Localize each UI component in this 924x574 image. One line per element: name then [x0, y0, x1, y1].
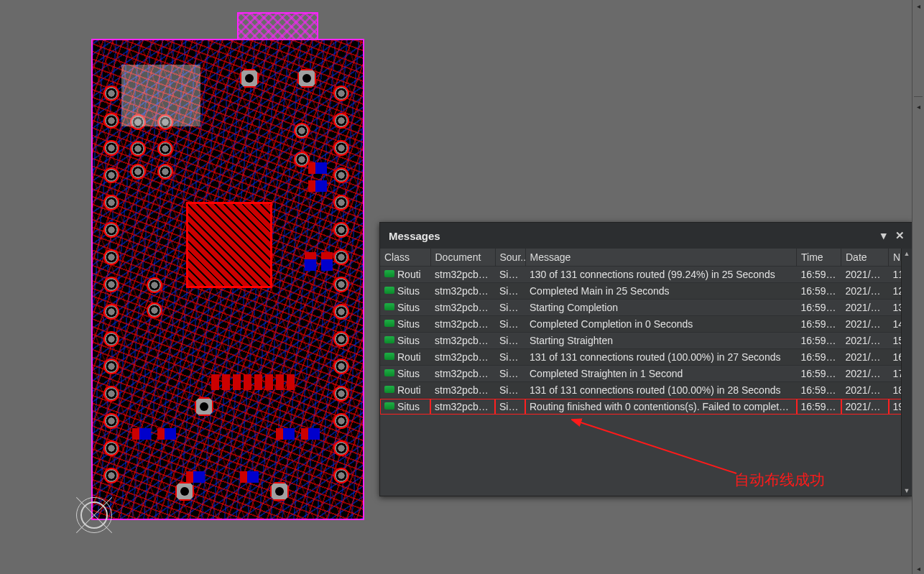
cell-source: Situs: [495, 267, 525, 283]
pcb-origin-marker: [76, 497, 112, 533]
table-row[interactable]: Situsstm32pcb.PcbSitusStarting Straighte…: [380, 333, 912, 349]
cell-time: 16:59:50: [797, 382, 841, 399]
pcb-smd-component: [308, 162, 327, 174]
table-row[interactable]: Situsstm32pcb.PcbSitusStarting Completio…: [380, 300, 912, 316]
pcb-smd-component: [132, 428, 151, 440]
table-row[interactable]: Routistm32pcb.PcbSitus130 of 131 connect…: [380, 267, 912, 283]
message-type-icon: [384, 270, 394, 277]
pcb-ic-footprint: [211, 374, 295, 390]
col-message[interactable]: Message: [525, 249, 797, 267]
col-source[interactable]: Sour...: [495, 249, 525, 267]
annotation-arrow: [571, 416, 744, 477]
message-type-icon: [384, 320, 394, 327]
pcb-header-pad: [103, 331, 119, 347]
cell-message: Starting Completion: [525, 300, 797, 316]
pcb-header-pad: [333, 167, 349, 183]
table-row[interactable]: Situsstm32pcb.PcbSitusCompleted Completi…: [380, 316, 912, 333]
pcb-header-pad: [103, 167, 119, 183]
pcb-header-pad: [333, 331, 349, 347]
pcb-mounting-hole: [157, 141, 173, 157]
pcb-header-pad: [103, 249, 119, 265]
cell-message: Routing finished with 0 contentions(s). …: [525, 399, 797, 415]
cell-date: 2021/12/: [841, 349, 889, 366]
right-scrollbar[interactable]: ◂ ◂ ◂: [912, 0, 924, 574]
pcb-smd-component: [186, 471, 205, 483]
pcb-header-pad: [103, 413, 119, 429]
pcb-header-pad: [333, 222, 349, 238]
cell-source: Situs: [495, 382, 525, 399]
cell-time: 16:59:49: [797, 300, 841, 316]
message-type-icon: [384, 287, 394, 294]
cell-message: Completed Straighten in 1 Second: [525, 366, 797, 382]
messages-scrollbar[interactable]: ▲ ▼: [901, 249, 912, 496]
pcb-mounting-hole: [157, 164, 173, 180]
pcb-mounting-hole: [147, 277, 162, 293]
cell-date: 2021/12/: [841, 316, 889, 333]
col-time[interactable]: Time: [797, 249, 841, 267]
cell-message: Starting Straighten: [525, 333, 797, 349]
table-row[interactable]: Situsstm32pcb.PcbSitusCompleted Straight…: [380, 366, 912, 382]
chevron-left-icon[interactable]: ◂: [913, 563, 924, 574]
cell-class: Situs: [380, 300, 430, 316]
pcb-header-pad: [103, 386, 119, 402]
cell-source: Situs: [495, 366, 525, 382]
table-row[interactable]: Situsstm32pcb.PcbSitusCompleted Main in …: [380, 283, 912, 300]
pcb-selection-highlight: [121, 65, 200, 126]
table-row[interactable]: Routistm32pcb.PcbSitus131 of 131 connect…: [380, 349, 912, 366]
cell-time: 16:59:49: [797, 333, 841, 349]
cell-message: Completed Main in 25 Seconds: [525, 283, 797, 300]
messages-panel-titlebar[interactable]: Messages ▾ ✕: [380, 223, 912, 249]
cell-message: 130 of 131 connections routed (99.24%) i…: [525, 267, 797, 283]
chevron-left-icon[interactable]: ◂: [913, 0, 924, 11]
pcb-header-pad: [103, 304, 119, 320]
pcb-header-pad: [103, 468, 119, 483]
col-date[interactable]: Date: [841, 249, 889, 267]
message-type-icon: [384, 369, 394, 376]
pcb-header-pad: [333, 413, 349, 429]
cell-time: 16:59:50: [797, 349, 841, 366]
cell-source: Situs: [495, 283, 525, 300]
panel-menu-icon[interactable]: ▾: [876, 228, 892, 244]
pcb-header-pad: [103, 140, 119, 156]
cell-document: stm32pcb.Pcb: [430, 366, 495, 382]
table-row[interactable]: Situsstm32pcb.PcbSitusRouting finished w…: [380, 399, 912, 415]
pcb-smd-component: [321, 252, 333, 271]
cell-date: 2021/12/: [841, 366, 889, 382]
scroll-down-icon[interactable]: ▼: [902, 486, 912, 496]
cell-document: stm32pcb.Pcb: [430, 316, 495, 333]
pcb-mechanical-pad: [297, 69, 316, 88]
pcb-header-pad: [333, 195, 349, 210]
cell-document: stm32pcb.Pcb: [430, 399, 495, 415]
pcb-header-pad: [103, 195, 119, 210]
panel-close-icon[interactable]: ✕: [892, 228, 907, 244]
table-row[interactable]: Routistm32pcb.PcbSitus131 of 131 connect…: [380, 382, 912, 399]
pcb-header-pad: [103, 113, 119, 129]
pcb-header-pad: [333, 140, 349, 156]
message-type-icon: [384, 402, 394, 409]
pcb-board-outline: [91, 39, 364, 520]
pcb-header-pad: [333, 85, 349, 101]
pcb-editor-canvas[interactable]: [91, 39, 364, 520]
cell-source: Situs: [495, 300, 525, 316]
cell-date: 2021/12/: [841, 267, 889, 283]
pcb-mechanical-pad: [270, 482, 289, 501]
cell-source: Situs: [495, 333, 525, 349]
pcb-header-pad: [333, 468, 349, 483]
annotation-text: 自动布线成功: [734, 470, 825, 490]
cell-class: Situs: [380, 366, 430, 382]
cell-class: Situs: [380, 283, 430, 300]
chevron-left-icon[interactable]: ◂: [913, 101, 924, 112]
pcb-header-pad: [333, 440, 349, 456]
scroll-up-icon[interactable]: ▲: [902, 249, 912, 259]
pcb-smd-component: [157, 428, 176, 440]
pcb-header-pad: [103, 222, 119, 238]
pcb-mounting-hole: [130, 164, 146, 180]
pcb-header-pad: [333, 358, 349, 374]
cell-message: 131 of 131 connections routed (100.00%) …: [525, 382, 797, 399]
cell-date: 2021/12/: [841, 283, 889, 300]
pcb-header-pad: [103, 277, 119, 292]
cell-source: Situs: [495, 349, 525, 366]
col-document[interactable]: Document: [430, 249, 495, 267]
col-class[interactable]: Class: [380, 249, 430, 267]
messages-table[interactable]: Class Document Sour... Message Time Date…: [380, 249, 912, 415]
